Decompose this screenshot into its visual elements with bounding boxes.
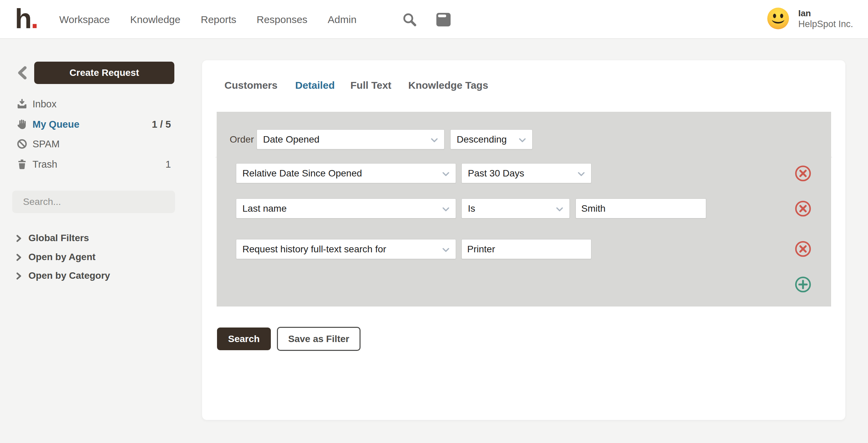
chevron-down-icon [442,244,450,255]
sidebar-item-trash[interactable]: Trash 1 [0,154,190,174]
filter-1-operator-select[interactable]: Past 30 Days [461,163,591,183]
chevron-down-icon [442,168,450,179]
sidebar-item-label: Inbox [32,94,57,114]
helpspot-logo[interactable]: h. [15,3,38,35]
tab-knowledge-tags[interactable]: Knowledge Tags [408,80,488,93]
chevron-down-icon [442,203,450,214]
add-filter-button[interactable] [795,276,811,293]
sidebar-item-label: My Queue [32,114,80,134]
sidebar-item-my-queue[interactable]: My Queue 1 / 5 [0,114,190,134]
user-text: Ian HelpSpot Inc. [798,8,853,29]
sidebar-section-open-by-category[interactable]: Open by Category [0,266,190,285]
order-direction-value: Descending [457,134,507,145]
chevron-down-icon [431,134,438,145]
filter-3-field-select[interactable]: Request history full-text search for [236,239,456,259]
filter-3-remove-button[interactable] [795,240,811,257]
sidebar-section-label: Open by Agent [28,248,95,267]
filter-2-operator-select[interactable]: Is [461,198,570,218]
circle-x-icon [795,240,811,257]
user-name: Ian [798,8,853,19]
filter-2-field-value: Last name [242,203,287,214]
top-nav: h. Workspace Knowledge Reports Responses… [0,0,868,39]
filter-1-remove-button[interactable] [795,165,811,182]
sidebar-section-label: Global Filters [28,229,89,248]
chevron-right-icon [16,272,21,280]
nav-item-knowledge[interactable]: Knowledge [130,14,180,25]
nav-item-reports[interactable]: Reports [201,14,236,25]
chevron-down-icon [556,203,563,214]
user-org: HelpSpot Inc. [798,19,853,29]
order-field-value: Date Opened [263,134,320,145]
sidebar: Create Request Inbox My Queue 1 / 5 SPAM [0,39,190,443]
order-direction-select[interactable]: Descending [450,129,533,149]
nav-item-admin[interactable]: Admin [328,14,356,25]
trash-icon [17,159,27,169]
filter-2-field-select[interactable]: Last name [236,198,456,218]
search-icon[interactable] [402,12,417,27]
circle-x-icon [795,200,811,217]
save-as-filter-button[interactable]: Save as Filter [277,327,361,351]
circle-x-icon [795,165,811,182]
filter-2-operator-value: Is [468,203,475,214]
nav-menu: Workspace Knowledge Reports Responses Ad… [59,0,356,39]
inbox-tray-icon [17,99,27,109]
block-icon [17,139,27,149]
nav-item-responses[interactable]: Responses [257,14,307,25]
tab-customers[interactable]: Customers [224,80,278,93]
my-queue-count: 1 / 5 [152,114,171,134]
user-menu[interactable]: Ian HelpSpot Inc. [767,7,853,30]
order-label: Order [217,129,254,149]
window-icon[interactable] [436,12,451,27]
filter-1-field-select[interactable]: Relative Date Since Opened [236,163,456,183]
order-field-select[interactable]: Date Opened [257,129,444,149]
filter-3-field-value: Request history full-text search for [242,244,386,255]
chevron-right-icon [16,235,21,242]
chevron-down-icon [519,134,526,145]
user-avatar-smiley-icon [767,7,789,30]
logo-dot: . [31,3,38,34]
filter-3-value-input[interactable] [461,239,591,259]
sidebar-item-inbox[interactable]: Inbox [0,94,190,114]
nav-item-workspace[interactable]: Workspace [59,14,110,25]
sidebar-item-label: SPAM [32,134,60,154]
chevron-right-icon [16,254,21,261]
circle-plus-icon [795,276,811,293]
page: h. Workspace Knowledge Reports Responses… [0,0,868,443]
search-button[interactable]: Search [217,328,271,350]
filter-builder-panel: Order Date Opened Descending Relative Da… [217,112,831,307]
sidebar-section-open-by-agent[interactable]: Open by Agent [0,248,190,267]
collapse-sidebar-chevron-left-icon[interactable] [16,66,28,80]
chevron-down-icon [578,168,585,179]
trash-count: 1 [166,154,171,174]
hand-icon [17,119,27,129]
filter-1-field-value: Relative Date Since Opened [242,168,362,179]
search-card: Customers Detailed Full Text Knowledge T… [202,60,845,420]
tab-detailed[interactable]: Detailed [295,80,335,93]
filter-2-value-input[interactable] [576,198,706,218]
sidebar-search-input[interactable] [12,191,175,213]
sidebar-section-label: Open by Category [28,266,110,285]
sidebar-item-label: Trash [32,154,57,174]
logo-h: h [15,3,31,34]
tab-full-text[interactable]: Full Text [350,80,391,93]
filter-1-operator-value: Past 30 Days [468,168,524,179]
create-request-button[interactable]: Create Request [34,62,174,84]
sidebar-item-spam[interactable]: SPAM [0,134,190,154]
sidebar-section-global-filters[interactable]: Global Filters [0,229,190,248]
filter-2-remove-button[interactable] [795,200,811,217]
